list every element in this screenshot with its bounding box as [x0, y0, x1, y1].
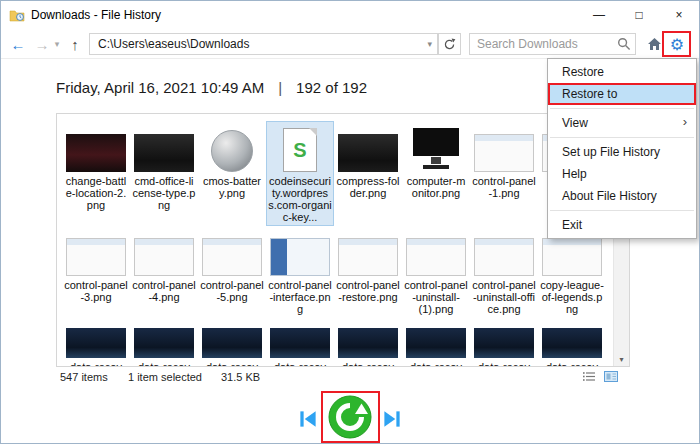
file-label: data-recov — [540, 361, 604, 367]
up-button[interactable]: ↑ — [64, 32, 86, 56]
settings-gear-button[interactable]: ⚙ — [667, 32, 687, 56]
file-item[interactable]: data-recov — [63, 324, 129, 367]
file-list: change-battle-location-2.png cmd-office-… — [56, 113, 630, 367]
file-item[interactable]: data-recov — [131, 324, 197, 367]
file-label: control-panel-restore.png — [336, 279, 400, 303]
previous-version-button[interactable] — [296, 407, 320, 431]
file-item[interactable]: copy-league-of-legends.png — [539, 226, 605, 317]
title-bar: Downloads - File History — □ × — [1, 1, 699, 29]
file-item[interactable]: control-panel-4.png — [131, 226, 197, 317]
file-label: data-recov — [200, 361, 264, 367]
file-item[interactable]: cmd-office-license-type.png — [131, 122, 197, 225]
next-version-button[interactable] — [380, 407, 404, 431]
file-item[interactable]: data-recov — [335, 324, 401, 367]
file-item[interactable]: data-recov — [267, 324, 333, 367]
address-path[interactable]: C:\Users\easeus\Downloads — [98, 34, 249, 54]
file-item[interactable]: data-recov — [471, 324, 537, 367]
menu-item-exit[interactable]: Exit — [548, 214, 696, 236]
file-label: control-panel-4.png — [132, 279, 196, 303]
thumbnail-view-icon[interactable] — [604, 371, 618, 382]
file-thumbnail — [406, 238, 466, 276]
file-item[interactable]: control-panel-uninstall-(1).png — [403, 226, 469, 317]
search-box — [469, 33, 636, 55]
menu-item-view[interactable]: View › — [548, 112, 696, 134]
back-button[interactable]: ← — [7, 32, 29, 56]
file-label: control-panel-5.png — [200, 279, 264, 303]
file-item[interactable]: control-panel-1.png — [471, 122, 537, 225]
file-item[interactable]: compress-folder.png — [335, 122, 401, 225]
menu-item-view-label: View — [562, 116, 588, 130]
menu-item-setup-file-history[interactable]: Set up File History — [548, 141, 696, 163]
recent-locations-dropdown-icon[interactable]: ▾ — [51, 32, 63, 56]
file-item-selected[interactable]: S codeinsecurity.wordpress.com-organic-k… — [267, 122, 333, 225]
file-thumbnail — [338, 134, 398, 172]
file-thumbnail — [542, 238, 602, 276]
menu-item-help[interactable]: Help — [548, 163, 696, 185]
menu-item-restore-to[interactable]: Restore to — [548, 83, 696, 105]
file-item[interactable]: control-panel-restore.png — [335, 226, 401, 317]
menu-item-about-file-history[interactable]: About File History — [548, 185, 696, 207]
version-count: 192 of 192 — [296, 79, 367, 96]
file-thumbnail — [134, 328, 194, 358]
file-item[interactable]: control-panel-interface.png — [267, 226, 333, 317]
home-button[interactable] — [644, 33, 664, 55]
file-history-window: Downloads - File History — □ × ← → ▾ ↑ C… — [0, 0, 700, 444]
menu-separator — [550, 137, 694, 138]
file-item[interactable]: cmos-battery.png — [199, 122, 265, 225]
address-bar[interactable]: C:\Users\easeus\Downloads ▾ — [89, 33, 438, 55]
file-label: codeinsecurity.wordpress.com-organic-key… — [268, 175, 332, 223]
items-count-status: 547 items — [60, 371, 108, 383]
file-label: data-recov — [472, 361, 536, 367]
file-label: data-recov — [64, 361, 128, 367]
file-label: cmos-battery.png — [200, 175, 264, 199]
file-label: compress-folder.png — [336, 175, 400, 199]
size-status: 31.5 KB — [221, 371, 260, 383]
file-item[interactable]: control-panel-3.png — [63, 226, 129, 317]
restore-button[interactable] — [328, 395, 372, 439]
file-thumbnail — [66, 328, 126, 358]
file-label: control-panel-3.png — [64, 279, 128, 303]
file-thumbnail — [202, 238, 262, 276]
file-item[interactable]: data-recov — [539, 324, 605, 367]
backup-date-text: Friday, April 16, 2021 10:49 AM — [56, 79, 264, 96]
file-item[interactable]: control-panel-uninstall-office.png — [471, 226, 537, 317]
file-thumbnail — [66, 134, 126, 172]
file-thumbnail — [542, 328, 602, 358]
file-label: control-panel-interface.png — [268, 279, 332, 315]
file-item[interactable]: change-battle-location-2.png — [63, 122, 129, 225]
file-thumbnail — [202, 328, 262, 358]
s-logo-icon: S — [293, 139, 306, 162]
forward-button[interactable]: → — [31, 32, 53, 56]
file-thumbnail — [338, 238, 398, 276]
minimize-button[interactable]: — — [579, 1, 619, 29]
file-item[interactable]: control-panel-5.png — [199, 226, 265, 317]
search-input[interactable] — [470, 34, 614, 54]
file-row-2: control-panel-3.png control-panel-4.png … — [63, 226, 607, 317]
list-view-icon[interactable] — [582, 371, 596, 382]
status-bar: 547 items 1 item selected 31.5 KB — [56, 370, 630, 386]
file-label: change-battle-location-2.png — [64, 175, 128, 211]
file-thumbnail — [211, 130, 253, 172]
file-label: data-recov — [132, 361, 196, 367]
scrollbar-down-icon[interactable]: ▾ — [614, 352, 629, 366]
menu-item-restore[interactable]: Restore — [548, 61, 696, 83]
toolbar: ← → ▾ ↑ C:\Users\easeus\Downloads ▾ — [1, 29, 699, 59]
file-label: data-recov — [268, 361, 332, 367]
file-label: copy-league-of-legends.png — [540, 279, 604, 315]
address-dropdown-icon[interactable]: ▾ — [427, 34, 432, 54]
refresh-button[interactable] — [438, 33, 461, 55]
file-history-app-icon — [9, 8, 25, 22]
file-label: cmd-office-license-type.png — [132, 175, 196, 211]
file-item[interactable]: data-recov — [199, 324, 265, 367]
search-icon[interactable] — [617, 37, 631, 51]
file-thumbnail — [474, 328, 534, 358]
file-thumbnail — [66, 238, 126, 276]
file-thumbnail — [134, 238, 194, 276]
file-row-3: data-recov data-recov data-recov data-re… — [63, 324, 607, 367]
file-item[interactable]: computer-monitor.png — [403, 122, 469, 225]
maximize-button[interactable]: □ — [619, 1, 659, 29]
file-item[interactable]: data-recov — [403, 324, 469, 367]
file-thumbnail — [406, 328, 466, 358]
close-button[interactable]: × — [659, 1, 699, 29]
file-label: control-panel-uninstall-(1).png — [404, 279, 468, 315]
